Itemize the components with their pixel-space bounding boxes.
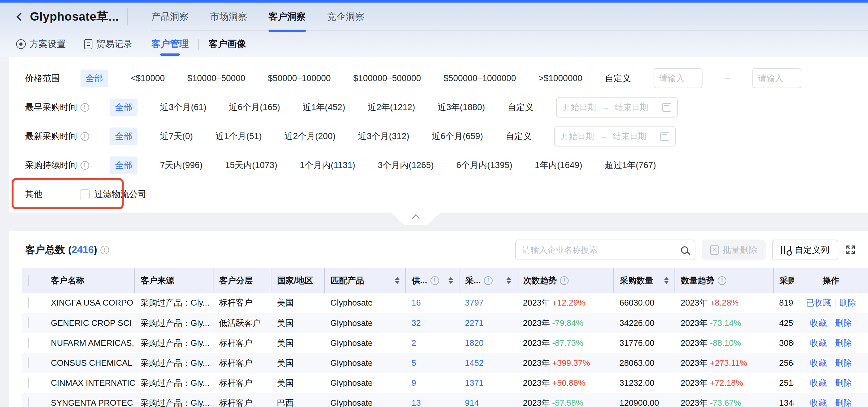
select-all-checkbox[interactable] (28, 275, 29, 286)
delete-link[interactable]: 删除 (835, 338, 852, 348)
filter-logistics-checkbox[interactable] (80, 189, 90, 199)
price-option[interactable]: $500000–1000000 (444, 73, 516, 84)
suppliers-link[interactable]: 2 (411, 338, 416, 348)
row-checkbox[interactable] (28, 338, 29, 348)
favorite-link[interactable]: 收藏 (810, 338, 827, 348)
price-option[interactable]: <$10000 (131, 73, 165, 84)
earliest-date-range-picker[interactable]: 开始日期 → 结束日期 (556, 97, 678, 118)
suppliers-link[interactable]: 9 (411, 378, 416, 388)
row-checkbox[interactable] (28, 377, 29, 388)
earliest-option[interactable]: 近2年(1212) (368, 101, 415, 113)
info-icon[interactable] (484, 276, 493, 285)
purchases-link[interactable]: 2271 (465, 318, 484, 328)
favorite-link[interactable]: 收藏 (810, 358, 827, 368)
info-icon[interactable] (718, 276, 726, 285)
filter-logistics-label: 过滤物流公司 (94, 188, 147, 200)
row-checkbox[interactable] (28, 357, 29, 368)
custom-columns-button[interactable]: 自定义列 (772, 240, 838, 260)
latest-custom-label[interactable]: 自定义 (505, 130, 532, 142)
fullscreen-icon[interactable] (845, 244, 857, 256)
earliest-option[interactable]: 近6个月(165) (229, 101, 280, 113)
company-search-input[interactable] (522, 245, 681, 255)
suppliers-link[interactable]: 13 (411, 398, 421, 407)
suppliers-link[interactable]: 16 (411, 298, 421, 308)
info-icon[interactable] (81, 161, 89, 170)
purchases-link[interactable]: 3797 (465, 298, 484, 308)
customer-name[interactable]: CINMAX INTERNATIO (51, 378, 134, 388)
price-min-input[interactable] (654, 68, 703, 88)
earliest-option[interactable]: 近1年(452) (303, 101, 345, 113)
tab-competitor-insight[interactable]: 竞企洞察 (327, 3, 365, 31)
subtab-customer-profile[interactable]: 客户画像 (209, 31, 246, 57)
latest-option[interactable]: 近3个月(312) (358, 130, 409, 142)
latest-option[interactable]: 近1个月(51) (215, 130, 262, 142)
customer-count-value[interactable]: 2416 (71, 244, 94, 255)
sort-icon[interactable] (393, 277, 400, 284)
delete-link[interactable]: 删除 (835, 378, 852, 388)
suppliers-link[interactable]: 5 (411, 358, 416, 368)
tab-market-insight[interactable]: 市场洞察 (210, 3, 247, 31)
duration-option[interactable]: 3个月内(1265) (378, 159, 434, 171)
customer-name[interactable]: XINGFA USA CORPO (51, 298, 133, 308)
delete-link[interactable]: 删除 (835, 358, 852, 368)
row-checkbox[interactable] (28, 297, 29, 308)
favorite-link[interactable]: 已收藏 (806, 298, 831, 308)
info-icon[interactable] (81, 132, 89, 141)
info-icon[interactable] (81, 103, 89, 112)
trade-records-button[interactable]: 贸易记录 (84, 38, 132, 50)
info-icon[interactable] (100, 246, 109, 254)
duration-option-all[interactable]: 全部 (110, 156, 137, 174)
price-custom-label[interactable]: 自定义 (605, 72, 631, 84)
info-icon[interactable] (430, 276, 439, 285)
price-option-all[interactable]: 全部 (81, 69, 108, 87)
row-checkbox[interactable] (28, 317, 29, 328)
latest-option[interactable]: 近2个月(200) (284, 130, 336, 142)
price-option[interactable]: >$1000000 (539, 73, 582, 84)
earliest-option[interactable]: 近3年(1880) (438, 101, 485, 113)
tab-customer-insight[interactable]: 客户洞察 (269, 3, 306, 31)
price-option[interactable]: $100000–500000 (353, 73, 421, 84)
earliest-option-all[interactable]: 全部 (110, 98, 137, 116)
duration-option[interactable]: 1个月内(1131) (300, 159, 355, 171)
purchases-link[interactable]: 1371 (465, 378, 484, 388)
earliest-option[interactable]: 近3个月(61) (160, 101, 206, 113)
suppliers-link[interactable]: 32 (411, 318, 421, 328)
earliest-custom-label[interactable]: 自定义 (507, 101, 533, 113)
plan-settings-button[interactable]: 方案设置 (16, 38, 66, 50)
duration-option[interactable]: 6个月内(1395) (456, 159, 512, 171)
price-max-input[interactable] (752, 68, 801, 88)
subtab-customer-management[interactable]: 客户管理 (151, 31, 189, 57)
customer-name[interactable]: SYNGENTA PROTEC (51, 398, 133, 407)
row-checkbox[interactable] (28, 397, 29, 407)
info-icon[interactable] (560, 276, 568, 285)
purchases-link[interactable]: 1820 (465, 338, 484, 348)
price-option[interactable]: $10000–50000 (187, 73, 245, 84)
batch-delete-button[interactable]: 批量删除 (702, 240, 766, 260)
sort-icon[interactable] (504, 277, 511, 284)
latest-option[interactable]: 近6个月(659) (432, 130, 483, 142)
duration-option[interactable]: 超过1年(767) (604, 159, 656, 171)
delete-link[interactable]: 删除 (835, 318, 852, 328)
favorite-link[interactable]: 收藏 (810, 318, 827, 328)
price-option[interactable]: $50000–100000 (268, 73, 331, 84)
latest-option[interactable]: 近7天(0) (160, 130, 193, 142)
tab-product-insight[interactable]: 产品洞察 (151, 3, 189, 31)
sort-icon[interactable] (662, 277, 669, 284)
duration-option[interactable]: 15天内(1073) (225, 159, 277, 171)
duration-option[interactable]: 1年内(1649) (535, 159, 582, 171)
delete-link[interactable]: 删除 (835, 398, 852, 407)
duration-option[interactable]: 7天内(996) (160, 159, 203, 171)
customer-name[interactable]: CONSUS CHEMICAL (51, 358, 132, 368)
purchases-link[interactable]: 914 (465, 398, 479, 407)
back-icon[interactable] (17, 12, 25, 21)
purchases-link[interactable]: 1452 (465, 358, 484, 368)
favorite-link[interactable]: 收藏 (810, 398, 827, 407)
sort-icon[interactable] (446, 277, 453, 284)
latest-option-all[interactable]: 全部 (110, 127, 137, 145)
customer-name[interactable]: GENERIC CROP SCI (51, 318, 132, 328)
favorite-link[interactable]: 收藏 (810, 378, 827, 388)
customer-name[interactable]: NUFARM AMERICAS, (51, 338, 134, 348)
delete-link[interactable]: 删除 (839, 298, 856, 308)
latest-date-range-picker[interactable]: 开始日期 → 结束日期 (554, 126, 676, 147)
search-icon[interactable] (681, 246, 688, 254)
